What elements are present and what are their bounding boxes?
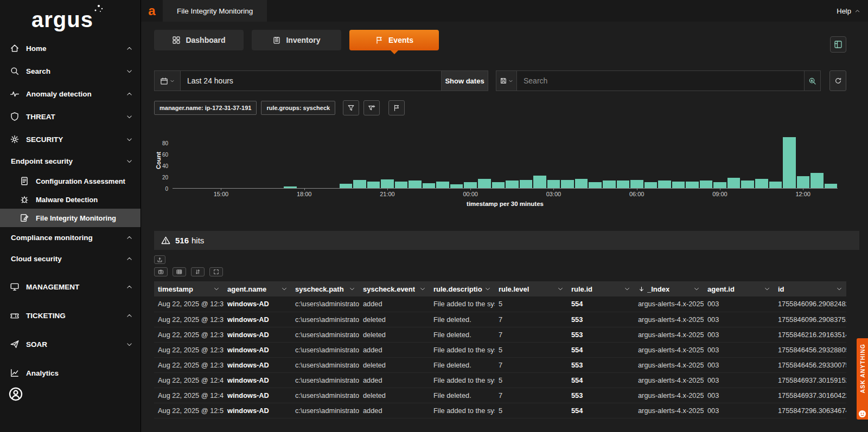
snapshot-button[interactable] xyxy=(154,267,168,276)
table-view-button[interactable] xyxy=(173,267,186,276)
histogram-bar[interactable] xyxy=(658,180,671,188)
histogram-bar[interactable] xyxy=(603,180,616,188)
sidebar-item-endpoint-security[interactable]: Endpoint security xyxy=(0,151,141,172)
histogram-bar[interactable] xyxy=(713,182,726,188)
fullscreen-button[interactable] xyxy=(209,267,223,276)
ask-anything-tab[interactable]: ASK ANYTHING xyxy=(857,338,868,420)
query-inspect-button[interactable] xyxy=(805,70,821,91)
table-row[interactable]: Aug 22, 2025 @ 12:31:3windows-ADc:\users… xyxy=(154,312,846,327)
export-button[interactable] xyxy=(154,255,165,264)
sidebar-item-compliance-monitoring[interactable]: Compliance monitoring xyxy=(0,227,141,248)
chevron-down-icon[interactable] xyxy=(836,286,843,292)
column-header-rule-level[interactable]: rule.level xyxy=(495,281,567,296)
filter-options-button[interactable] xyxy=(343,100,359,115)
column-header-index[interactable]: _Index xyxy=(634,281,704,296)
table-row[interactable]: Aug 22, 2025 @ 12:51:3windows-ADc:\users… xyxy=(154,403,846,418)
histogram-bar[interactable] xyxy=(436,182,449,189)
histogram-bar[interactable] xyxy=(520,180,533,188)
histogram-bar[interactable] xyxy=(700,180,713,188)
histogram-bar[interactable] xyxy=(284,186,297,188)
argus-mark-icon[interactable]: a xyxy=(141,0,163,22)
sidebar-item-analytics[interactable]: Analytics xyxy=(0,362,141,384)
sidebar-item-search[interactable]: Search xyxy=(0,60,141,82)
sidebar-item-configuration-assessment[interactable]: Configuration Assessment xyxy=(0,172,141,190)
filter-pill[interactable]: manager.name: ip-172-31-37-191 xyxy=(154,101,257,115)
column-header-syscheck-event[interactable]: syscheck.event xyxy=(359,281,430,296)
histogram-bar[interactable] xyxy=(561,180,574,188)
layout-button[interactable] xyxy=(830,36,846,53)
histogram-bar[interactable] xyxy=(672,182,685,189)
chevron-down-icon[interactable] xyxy=(764,286,770,292)
sidebar-item-ticketing[interactable]: TICKETING xyxy=(0,304,141,327)
histogram-bar[interactable] xyxy=(783,137,796,188)
sidebar-item-anomaly-detection[interactable]: Anomaly detection xyxy=(0,82,141,105)
add-filter-button[interactable] xyxy=(363,100,380,115)
histogram-bar[interactable] xyxy=(464,182,477,188)
refresh-button[interactable] xyxy=(829,70,846,91)
chevron-down-icon[interactable] xyxy=(281,286,288,292)
column-header-rule-description[interactable]: rule.description xyxy=(430,281,495,296)
table-row[interactable]: Aug 22, 2025 @ 12:37:3windows-ADc:\users… xyxy=(154,357,846,372)
table-row[interactable]: Aug 22, 2025 @ 12:37:3windows-ADc:\users… xyxy=(154,342,846,357)
chevron-down-icon[interactable] xyxy=(419,286,426,292)
tab-inventory[interactable]: Inventory xyxy=(252,30,341,50)
sidebar-item-malware-detection[interactable]: Malware Detection xyxy=(0,190,141,209)
histogram-bar[interactable] xyxy=(492,182,505,188)
sidebar-item-file-integrity-monitoring[interactable]: File Integrity Monitoring xyxy=(0,209,141,227)
help-menu[interactable]: Help xyxy=(837,7,868,15)
date-range-value[interactable]: Last 24 hours xyxy=(181,71,441,91)
histogram-bar[interactable] xyxy=(367,182,380,189)
flag-button[interactable] xyxy=(388,100,405,115)
column-header-syscheck-path[interactable]: syscheck.path xyxy=(291,281,359,296)
histogram-bar[interactable] xyxy=(506,180,519,188)
chevron-down-icon[interactable] xyxy=(693,286,700,292)
chevron-down-icon[interactable] xyxy=(484,286,491,292)
histogram-bar[interactable] xyxy=(589,182,602,188)
date-picker-button[interactable] xyxy=(155,71,181,91)
histogram-bar[interactable] xyxy=(547,180,560,188)
chevron-down-icon[interactable] xyxy=(213,286,220,292)
histogram-bar[interactable] xyxy=(686,182,699,189)
tab-dashboard[interactable]: Dashboard xyxy=(154,30,244,50)
filter-pill[interactable]: rule.groups: syscheck xyxy=(261,101,335,115)
histogram-bar[interactable] xyxy=(533,176,546,188)
histogram-bar[interactable] xyxy=(644,182,658,188)
sidebar-item-threat[interactable]: THREAT xyxy=(0,105,141,128)
search-input[interactable] xyxy=(516,70,805,91)
column-header-agent-id[interactable]: agent.id xyxy=(704,281,774,296)
column-header-id[interactable]: id xyxy=(774,281,846,296)
histogram-bar[interactable] xyxy=(630,180,643,188)
sidebar-item-soar[interactable]: SOAR xyxy=(0,333,141,356)
histogram-bar[interactable] xyxy=(353,180,366,188)
show-dates-button[interactable]: Show dates xyxy=(441,71,488,91)
histogram-bar[interactable] xyxy=(769,182,782,189)
sidebar-item-home[interactable]: Home xyxy=(0,37,141,60)
tab-events[interactable]: Events xyxy=(349,30,439,50)
histogram-bar[interactable] xyxy=(381,179,394,188)
histogram-bar[interactable] xyxy=(825,184,838,188)
user-avatar-icon[interactable] xyxy=(8,386,23,402)
histogram-bar[interactable] xyxy=(450,184,463,188)
histogram-bar[interactable] xyxy=(797,176,810,188)
table-row[interactable]: Aug 22, 2025 @ 12:33:3windows-ADc:\users… xyxy=(154,327,846,342)
histogram-bar[interactable] xyxy=(423,183,436,188)
sidebar-item-security[interactable]: SECURITY xyxy=(0,128,141,151)
chevron-down-icon[interactable] xyxy=(557,286,564,292)
histogram-bar[interactable] xyxy=(617,180,630,188)
histogram-bar[interactable] xyxy=(575,179,588,188)
sidebar-item-management[interactable]: MANAGEMENT xyxy=(0,275,141,298)
sort-fields-button[interactable] xyxy=(191,267,205,276)
chevron-down-icon[interactable] xyxy=(349,286,355,292)
histogram-bar[interactable] xyxy=(395,182,408,189)
chevron-down-icon[interactable] xyxy=(624,286,630,292)
histogram-bar[interactable] xyxy=(409,180,422,188)
histogram-bar[interactable] xyxy=(340,184,353,188)
histogram-bar[interactable] xyxy=(810,173,824,188)
column-header-timestamp[interactable]: timestamp xyxy=(154,281,224,296)
histogram-bar[interactable] xyxy=(755,179,768,188)
column-header-rule-id[interactable]: rule.id xyxy=(567,281,634,296)
table-row[interactable]: Aug 22, 2025 @ 12:45:3windows-ADc:\users… xyxy=(154,372,846,388)
sidebar-item-cloud-security[interactable]: Cloud security xyxy=(0,248,141,269)
table-row[interactable]: Aug 22, 2025 @ 12:31:3windows-ADc:\users… xyxy=(154,296,846,312)
table-row[interactable]: Aug 22, 2025 @ 12:45:3windows-ADc:\users… xyxy=(154,388,846,403)
